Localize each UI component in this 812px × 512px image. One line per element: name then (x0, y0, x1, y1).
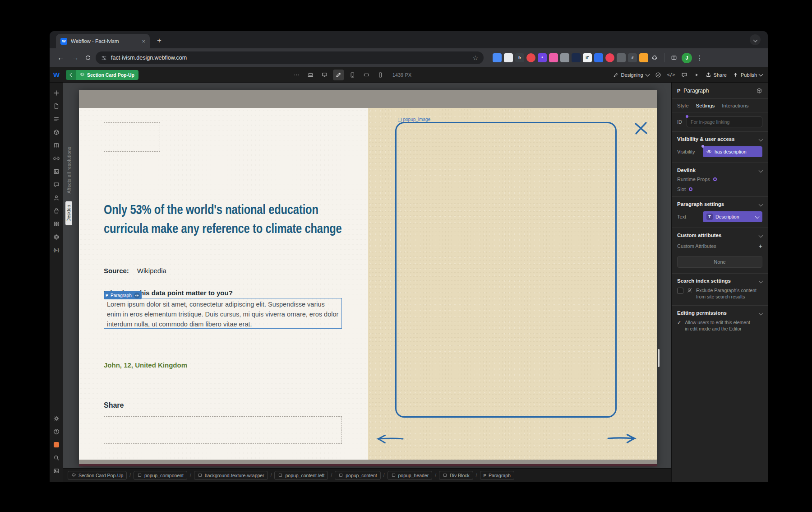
extension-icon[interactable]: # (628, 53, 637, 62)
extension-icon[interactable] (605, 53, 614, 62)
create-component-icon[interactable] (756, 88, 762, 94)
breadcrumb-item[interactable]: popup_content (335, 471, 380, 480)
source-value[interactable]: Wikipedia (137, 267, 166, 275)
more-breakpoints-icon[interactable] (291, 70, 302, 80)
text-binding-dropdown[interactable]: T Description (703, 211, 762, 222)
breadcrumb-item[interactable]: Div Block (439, 471, 473, 480)
new-tab-button[interactable]: + (153, 35, 165, 47)
code-variables-icon[interactable]: {F} (51, 243, 62, 256)
refresh-button[interactable] (85, 55, 91, 61)
page-selector[interactable]: Section Card Pop-Up (66, 70, 138, 80)
forward-button[interactable]: → (70, 54, 80, 62)
share-buttons-placeholder[interactable] (104, 416, 342, 444)
tab-search-button[interactable] (750, 34, 761, 45)
marketplace-icon[interactable] (51, 438, 62, 451)
breakpoint-current-icon[interactable] (333, 70, 344, 80)
site-settings-icon[interactable] (101, 55, 107, 61)
bookmark-star-icon[interactable]: ☆ (472, 54, 478, 61)
binding-ring-icon[interactable] (689, 187, 692, 191)
pages-icon[interactable] (51, 99, 62, 112)
popup-close-icon[interactable] (633, 121, 649, 136)
extension-icon[interactable] (594, 53, 603, 62)
selected-element-badge[interactable]: P Paragraph (104, 291, 142, 299)
popup-image-frame[interactable] (395, 122, 617, 418)
section-header-devlink[interactable]: Devlink (672, 163, 768, 177)
breadcrumb-item[interactable]: Section Card Pop-Up (68, 471, 127, 480)
assets-icon[interactable] (51, 165, 62, 178)
exit-page-back-icon[interactable] (66, 70, 76, 80)
breakpoint-phone-icon[interactable] (375, 70, 386, 80)
popup-image-element-label[interactable]: popup_image (398, 117, 431, 122)
popup-image-side[interactable]: popup_image (368, 108, 657, 460)
extension-icon[interactable]: * (538, 53, 547, 62)
extension-icon[interactable]: IF (583, 53, 592, 62)
breadcrumb-item[interactable]: popup_content-left (274, 471, 328, 480)
id-input[interactable] (687, 116, 762, 127)
browser-tab[interactable]: W Webflow - Fact-ivism × (56, 34, 150, 48)
section-header-custom-attributes[interactable]: Custom attributes (672, 228, 768, 242)
extensions-puzzle-icon[interactable] (651, 55, 658, 61)
extension-icon[interactable] (617, 53, 626, 62)
previous-arrow-icon[interactable] (376, 434, 404, 444)
breadcrumb-item[interactable]: background-texture-wrapper (194, 471, 268, 480)
mode-dropdown[interactable]: Designing (613, 72, 649, 78)
add-attribute-button[interactable]: + (759, 242, 762, 250)
comments-panel-icon[interactable] (51, 178, 62, 191)
popup-heading[interactable]: Only 53% of the world's national educati… (104, 200, 346, 238)
quote-attribution[interactable]: John, 12, United Kingdom (104, 361, 187, 369)
popup-content-left[interactable]: Only 53% of the world's national educati… (79, 108, 368, 460)
extension-icon[interactable] (504, 53, 513, 62)
logo-placeholder-box[interactable] (104, 122, 160, 152)
navigator-icon[interactable] (51, 112, 62, 126)
code-export-icon[interactable]: </> (667, 72, 675, 77)
breadcrumb-item[interactable]: popup_header (388, 471, 433, 480)
element-settings-gear-icon[interactable] (134, 293, 140, 298)
browser-menu-icon[interactable]: ⋮ (697, 54, 703, 61)
current-page-chip[interactable]: Section Card Pop-Up (76, 70, 138, 80)
profile-avatar[interactable]: J (682, 53, 692, 63)
share-heading[interactable]: Share (104, 401, 124, 410)
help-icon[interactable] (51, 425, 62, 438)
binding-ring-icon[interactable] (713, 177, 717, 181)
tab-interactions[interactable]: Interactions (722, 103, 748, 108)
next-arrow-icon[interactable] (607, 433, 637, 444)
selected-paragraph[interactable]: Lorem ipsum dolor sit amet, consectetur … (104, 298, 342, 329)
webflow-logo-icon[interactable]: W (50, 71, 63, 79)
source-label[interactable]: Source: (104, 267, 129, 275)
extension-icon[interactable] (526, 53, 535, 62)
search-icon[interactable] (51, 451, 62, 464)
media-icon[interactable] (51, 464, 62, 477)
extension-icon[interactable] (639, 53, 648, 62)
breakpoint-laptop-icon[interactable] (305, 70, 316, 80)
libraries-icon[interactable] (51, 139, 62, 152)
section-header-visibility[interactable]: Visibility & user access (672, 132, 768, 145)
extension-icon[interactable] (560, 53, 569, 62)
section-header-paragraph-settings[interactable]: Paragraph settings (672, 197, 768, 210)
tab-settings[interactable]: Settings (696, 103, 715, 108)
share-button[interactable]: Share (706, 72, 727, 78)
canvas-scrollbar[interactable] (658, 349, 660, 367)
checkmark-icon[interactable]: ✓ (677, 320, 681, 326)
exclude-search-checkbox[interactable] (677, 288, 683, 294)
audit-check-icon[interactable] (655, 72, 661, 78)
back-button[interactable]: ← (56, 54, 66, 62)
address-bar[interactable]: fact-ivism.design.webflow.com ☆ (96, 51, 484, 64)
breadcrumb-item[interactable]: popup_component (134, 471, 187, 480)
split-view-icon[interactable] (671, 55, 677, 61)
preview-play-icon[interactable] (693, 72, 700, 78)
add-elements-icon[interactable] (51, 86, 62, 99)
extension-icon[interactable] (572, 53, 581, 62)
breakpoint-desktop-icon[interactable] (319, 70, 330, 80)
breadcrumb-item-paragraph[interactable]: PParagraph (480, 471, 514, 480)
tab-style[interactable]: Style (677, 103, 689, 108)
visibility-value-dropdown[interactable]: has description (703, 146, 762, 157)
variables-icon[interactable] (51, 152, 62, 165)
settings-icon[interactable] (51, 412, 62, 425)
components-icon[interactable] (51, 126, 62, 139)
section-header-search-index[interactable]: Search index settings (672, 274, 768, 287)
design-canvas[interactable]: Affects all resolutions Desktop Only 53%… (63, 83, 671, 468)
users-icon[interactable] (51, 191, 62, 204)
extension-icon[interactable]: fr (515, 53, 524, 62)
cms-icon[interactable] (51, 217, 62, 230)
apps-icon[interactable] (51, 230, 62, 243)
